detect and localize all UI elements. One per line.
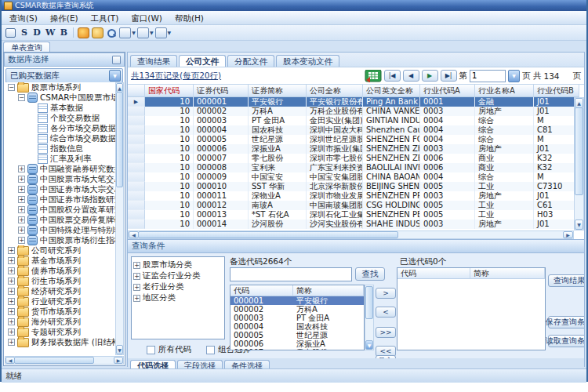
category-tree-item[interactable]: +老行业分类	[133, 281, 223, 292]
query-result-button[interactable]: 查询结果	[548, 274, 584, 287]
tree-item[interactable]: +公司研究系列	[5, 245, 115, 256]
list-item[interactable]: 000007零七股份	[230, 348, 364, 350]
tree-hscrollbar[interactable]: ◀ ▶	[5, 356, 124, 365]
tab-result-0[interactable]: 查询结果	[130, 55, 177, 67]
checkbox-icon[interactable]	[147, 346, 155, 354]
next-page-button[interactable]: ▶	[422, 70, 438, 82]
toolbar-letter-button-s[interactable]: S	[18, 27, 31, 39]
toolbar-letter-button-w[interactable]: W	[43, 27, 57, 39]
scroll-right-icon[interactable]: ▶	[563, 231, 573, 238]
expand-plus-icon[interactable]: +	[133, 273, 140, 280]
tree-vscrollbar[interactable]: ▲ ▼	[115, 82, 124, 355]
tree-item[interactable]: 综合市场交易数据	[5, 133, 115, 143]
table-row[interactable]: 10000005世纪星源深圳世纪星源股份...SHENZHEN FOUN...0…	[128, 135, 574, 144]
transfer-button-0[interactable]: >	[376, 288, 396, 299]
expand-plus-icon[interactable]: +	[8, 247, 15, 254]
expand-plus-icon[interactable]: +	[133, 295, 140, 302]
menu-item-2[interactable]: 工具(T)	[85, 12, 125, 24]
tree-item[interactable]: +中国证券市场指数研究数据库	[5, 194, 115, 205]
scroll-down-icon[interactable]: ▼	[365, 340, 373, 350]
page-spinner-icon[interactable]: ▼	[508, 70, 520, 82]
tree-item[interactable]: 基本数据	[5, 103, 115, 113]
tree-item[interactable]: +专题研究系列	[5, 327, 115, 337]
scroll-right-icon[interactable]: ▶	[114, 357, 123, 364]
tree-item[interactable]: +货币市场系列	[5, 307, 115, 317]
expand-plus-icon[interactable]: +	[133, 284, 140, 291]
tree-item[interactable]: +财务报表数据库 (旧结构)	[5, 337, 115, 347]
tree-vscroll-thumb[interactable]	[116, 92, 123, 187]
table-row[interactable]: 10000010SST 华新北京深华新股份有...BEIJING SHENHUA…	[128, 182, 574, 191]
star-tool-button[interactable]	[77, 27, 89, 39]
tree-hscroll-thumb[interactable]	[14, 357, 94, 364]
expand-plus-icon[interactable]: +	[133, 262, 140, 269]
table-row[interactable]: 10000012南玻A中国南玻集团股份...CSG HOLDING CO....…	[128, 201, 574, 210]
table-row[interactable]: 10000008宝利来广东宝利来投资股...BAOLILAI INVEST...…	[128, 163, 574, 172]
table-row[interactable]: 10000011深物业A深圳市物业发展集...SHENZHEN PROPE...…	[128, 191, 574, 201]
cards-tool-button[interactable]: ▼	[137, 27, 154, 39]
expand-plus-icon[interactable]: +	[8, 298, 15, 305]
tree-item[interactable]: +基金市场系列	[5, 256, 115, 266]
collapse-minus-icon[interactable]: −	[18, 94, 25, 101]
collapse-minus-icon[interactable]: −	[8, 84, 15, 91]
expand-plus-icon[interactable]: +	[18, 216, 25, 223]
key-tool-button[interactable]	[91, 27, 103, 39]
window-tool-button[interactable]	[4, 27, 16, 39]
grid-header-1[interactable]: 证券代码	[194, 85, 249, 97]
list-item[interactable]: 000001平安银行	[230, 296, 364, 305]
category-tree-item[interactable]: +证监会行业分类	[133, 270, 223, 281]
export-excel-icon[interactable]	[365, 70, 382, 82]
table-row[interactable]: 10000002万科A万科企业股份有限...CHINA VANKE CO....…	[128, 107, 574, 116]
transfer-button-1[interactable]: <	[376, 307, 396, 318]
list-item[interactable]: 000002万科A	[230, 305, 364, 314]
expand-plus-icon[interactable]: +	[18, 206, 25, 213]
scroll-down-icon[interactable]: ▼	[116, 345, 123, 354]
table-row[interactable]: 10000004国农科技深圳中国农大科技...Shenzhen Cau Te..…	[128, 125, 574, 135]
tab-result-2[interactable]: 分配文件	[227, 55, 274, 67]
expand-plus-icon[interactable]: +	[8, 278, 15, 285]
list-item[interactable]: 000005世纪星源	[230, 331, 364, 339]
expand-plus-icon[interactable]: +	[18, 196, 25, 203]
tree-item[interactable]: +经济研究系列	[5, 286, 115, 296]
table-row[interactable]: 10000003PT 金田A金田实业(集团)股...GINTIAN INDUST…	[128, 116, 574, 125]
expand-plus-icon[interactable]: +	[8, 257, 15, 264]
all-codes-checkbox-row[interactable]: 所有代码	[147, 344, 191, 355]
available-list-vscrollbar[interactable]: ▼	[365, 285, 374, 350]
list-item[interactable]: 000003PT 金田A	[230, 314, 364, 322]
category-tree-item[interactable]: +股票市场分类	[133, 260, 223, 270]
scroll-down-icon[interactable]: ▼	[575, 220, 583, 230]
expand-plus-icon[interactable]: +	[18, 237, 25, 244]
transfer-button-4[interactable]: 导入	[376, 355, 396, 358]
tree-item[interactable]: +中国特殊处理与特别转让股票研究数	[5, 225, 115, 235]
expand-plus-icon[interactable]: +	[18, 227, 25, 234]
expand-plus-icon[interactable]: +	[18, 186, 25, 193]
toolbar-letter-button-b[interactable]: B	[57, 27, 70, 39]
search-tool-button[interactable]	[105, 27, 118, 39]
tree-item[interactable]: 个股交易数据	[5, 113, 115, 123]
tree-item[interactable]: −股票市场系列	[5, 82, 115, 93]
grid-vscroll-thumb[interactable]	[575, 107, 583, 195]
category-tree-item[interactable]: +地区分类	[133, 292, 223, 303]
menu-item-1[interactable]: 操作(E)	[44, 12, 85, 24]
code-search-input[interactable]	[230, 267, 352, 281]
chevron-down-icon[interactable]: ▼	[109, 70, 121, 82]
grid-hscrollbar[interactable]: ◀ ▶	[128, 230, 574, 239]
first-page-button[interactable]: |◀	[384, 70, 401, 82]
page-number-input[interactable]	[470, 70, 506, 82]
tree-item[interactable]: +衍生市场系列	[5, 276, 115, 286]
grid-header-3[interactable]: 公司全称	[307, 85, 363, 97]
menu-item-4[interactable]: 帮助(H)	[169, 12, 210, 24]
tree-item[interactable]: +债券市场系列	[5, 266, 115, 276]
grid-hscroll-thumb[interactable]	[138, 231, 398, 238]
table-row[interactable]: 10000009中国宝安中国宝安集团股份...CHINA BAOAN (G...…	[128, 172, 574, 182]
expand-plus-icon[interactable]: +	[8, 288, 15, 295]
tree-item[interactable]: 指数信息	[5, 143, 115, 154]
table-row[interactable]: 10000006深振业A深圳市振业(集团)...SHENZHEN ZHENY..…	[128, 144, 574, 154]
grid-tool-button[interactable]: ▼	[155, 27, 172, 39]
tree-item[interactable]: +中国股票市场大笔交易数据库	[5, 174, 115, 184]
pin-icon[interactable]	[112, 56, 121, 64]
table-row[interactable]: 10000013*ST 石化A深圳石化工业集团...SHENZHEN PETRO…	[128, 210, 574, 220]
table-row[interactable]: ▶10000001平安银行平安银行股份有限...Ping An Bank Co.…	[128, 97, 574, 107]
tree-item[interactable]: +行业研究系列	[5, 296, 115, 307]
list-header-1[interactable]: 简称	[470, 268, 545, 279]
tree-item[interactable]: +中国股权分置改革研究数据库	[5, 205, 115, 215]
